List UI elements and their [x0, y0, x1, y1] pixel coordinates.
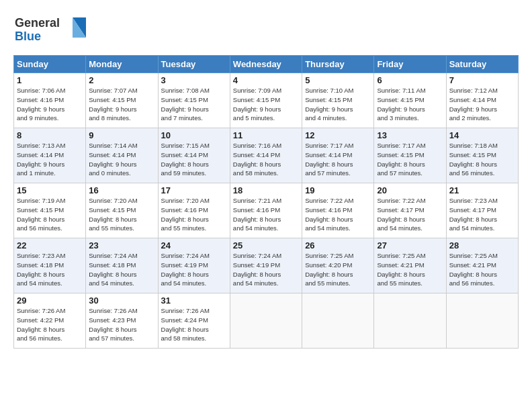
calendar-header-row: SundayMondayTuesdayWednesdayThursdayFrid…: [14, 56, 519, 73]
calendar-cell: 5Sunrise: 7:10 AMSunset: 4:15 PMDaylight…: [302, 73, 374, 128]
day-number: 30: [89, 295, 154, 306]
calendar-cell: 23Sunrise: 7:24 AMSunset: 4:18 PMDayligh…: [86, 238, 158, 293]
day-info: Sunrise: 7:23 AMSunset: 4:18 PMDaylight:…: [17, 251, 83, 288]
day-info: Sunrise: 7:22 AMSunset: 4:17 PMDaylight:…: [377, 196, 443, 233]
day-number: 25: [233, 240, 299, 250]
day-info: Sunrise: 7:12 AMSunset: 4:14 PMDaylight:…: [449, 86, 515, 123]
calendar-cell: 1Sunrise: 7:06 AMSunset: 4:16 PMDaylight…: [14, 73, 86, 128]
day-number: 27: [377, 240, 443, 250]
calendar-cell: 29Sunrise: 7:26 AMSunset: 4:22 PMDayligh…: [14, 293, 86, 349]
calendar-cell: 20Sunrise: 7:22 AMSunset: 4:17 PMDayligh…: [374, 183, 446, 238]
day-number: 18: [233, 185, 299, 195]
calendar-cell: [446, 293, 518, 349]
day-info: Sunrise: 7:06 AMSunset: 4:16 PMDaylight:…: [17, 86, 83, 123]
day-number: 20: [377, 185, 443, 195]
day-info: Sunrise: 7:16 AMSunset: 4:14 PMDaylight:…: [233, 141, 299, 178]
day-info: Sunrise: 7:15 AMSunset: 4:14 PMDaylight:…: [161, 141, 227, 178]
day-info: Sunrise: 7:25 AMSunset: 4:21 PMDaylight:…: [377, 251, 443, 288]
calendar-cell: 8Sunrise: 7:13 AMSunset: 4:14 PMDaylight…: [14, 128, 86, 183]
day-number: 5: [305, 75, 371, 85]
calendar-cell: 4Sunrise: 7:09 AMSunset: 4:15 PMDaylight…: [230, 73, 302, 128]
day-header-monday: Monday: [86, 56, 158, 73]
day-number: 12: [305, 130, 371, 140]
svg-text:General: General: [15, 16, 60, 30]
calendar-cell: 19Sunrise: 7:22 AMSunset: 4:16 PMDayligh…: [302, 183, 374, 238]
day-info: Sunrise: 7:25 AMSunset: 4:20 PMDaylight:…: [305, 251, 371, 288]
logo-text: General Blue: [13, 12, 87, 50]
day-number: 31: [161, 295, 227, 306]
calendar-week-row: 15Sunrise: 7:19 AMSunset: 4:15 PMDayligh…: [14, 183, 519, 238]
day-header-friday: Friday: [374, 56, 446, 73]
calendar-cell: 14Sunrise: 7:18 AMSunset: 4:15 PMDayligh…: [446, 128, 518, 183]
calendar-cell: 25Sunrise: 7:24 AMSunset: 4:19 PMDayligh…: [230, 238, 302, 293]
calendar-cell: 31Sunrise: 7:26 AMSunset: 4:24 PMDayligh…: [158, 293, 230, 349]
day-number: 28: [449, 240, 515, 250]
day-info: Sunrise: 7:21 AMSunset: 4:16 PMDaylight:…: [233, 196, 299, 233]
calendar-cell: 16Sunrise: 7:20 AMSunset: 4:15 PMDayligh…: [86, 183, 158, 238]
calendar-cell: 6Sunrise: 7:11 AMSunset: 4:15 PMDaylight…: [374, 73, 446, 128]
day-info: Sunrise: 7:17 AMSunset: 4:14 PMDaylight:…: [305, 141, 371, 178]
calendar-table: SundayMondayTuesdayWednesdayThursdayFrid…: [13, 55, 519, 349]
day-number: 21: [449, 185, 515, 195]
day-info: Sunrise: 7:11 AMSunset: 4:15 PMDaylight:…: [377, 86, 443, 123]
page: General Blue SundayMondayTuesdayWednesda…: [0, 0, 532, 355]
day-number: 3: [161, 75, 227, 85]
day-info: Sunrise: 7:20 AMSunset: 4:16 PMDaylight:…: [161, 196, 227, 233]
day-number: 26: [305, 240, 371, 250]
day-number: 6: [377, 75, 443, 85]
day-number: 1: [17, 75, 83, 85]
day-number: 9: [89, 130, 154, 140]
day-info: Sunrise: 7:22 AMSunset: 4:16 PMDaylight:…: [305, 196, 371, 233]
day-info: Sunrise: 7:25 AMSunset: 4:21 PMDaylight:…: [449, 251, 515, 288]
calendar-cell: 21Sunrise: 7:23 AMSunset: 4:17 PMDayligh…: [446, 183, 518, 238]
calendar-cell: [302, 293, 374, 349]
day-number: 11: [233, 130, 299, 140]
day-info: Sunrise: 7:09 AMSunset: 4:15 PMDaylight:…: [233, 86, 299, 123]
day-number: 2: [89, 75, 154, 85]
calendar-cell: 10Sunrise: 7:15 AMSunset: 4:14 PMDayligh…: [158, 128, 230, 183]
calendar-cell: 24Sunrise: 7:24 AMSunset: 4:19 PMDayligh…: [158, 238, 230, 293]
calendar-cell: 13Sunrise: 7:17 AMSunset: 4:15 PMDayligh…: [374, 128, 446, 183]
day-info: Sunrise: 7:26 AMSunset: 4:23 PMDaylight:…: [89, 306, 154, 343]
day-number: 22: [17, 240, 83, 250]
calendar-cell: 15Sunrise: 7:19 AMSunset: 4:15 PMDayligh…: [14, 183, 86, 238]
calendar-cell: 22Sunrise: 7:23 AMSunset: 4:18 PMDayligh…: [14, 238, 86, 293]
day-header-thursday: Thursday: [302, 56, 374, 73]
day-number: 19: [305, 185, 371, 195]
calendar-cell: 17Sunrise: 7:20 AMSunset: 4:16 PMDayligh…: [158, 183, 230, 238]
day-info: Sunrise: 7:23 AMSunset: 4:17 PMDaylight:…: [449, 196, 515, 233]
calendar-week-row: 29Sunrise: 7:26 AMSunset: 4:22 PMDayligh…: [14, 293, 519, 349]
day-number: 14: [449, 130, 515, 140]
day-header-sunday: Sunday: [14, 56, 86, 73]
day-header-tuesday: Tuesday: [158, 56, 230, 73]
day-info: Sunrise: 7:10 AMSunset: 4:15 PMDaylight:…: [305, 86, 371, 123]
svg-text:Blue: Blue: [15, 30, 41, 43]
day-info: Sunrise: 7:26 AMSunset: 4:24 PMDaylight:…: [161, 306, 227, 343]
calendar-cell: 30Sunrise: 7:26 AMSunset: 4:23 PMDayligh…: [86, 293, 158, 349]
day-info: Sunrise: 7:13 AMSunset: 4:14 PMDaylight:…: [17, 141, 83, 178]
day-info: Sunrise: 7:14 AMSunset: 4:14 PMDaylight:…: [89, 141, 154, 178]
day-number: 15: [17, 185, 83, 195]
day-number: 16: [89, 185, 154, 195]
calendar-cell: 26Sunrise: 7:25 AMSunset: 4:20 PMDayligh…: [302, 238, 374, 293]
calendar-cell: [230, 293, 302, 349]
calendar-cell: 11Sunrise: 7:16 AMSunset: 4:14 PMDayligh…: [230, 128, 302, 183]
calendar-cell: 18Sunrise: 7:21 AMSunset: 4:16 PMDayligh…: [230, 183, 302, 238]
calendar-cell: [374, 293, 446, 349]
day-header-wednesday: Wednesday: [230, 56, 302, 73]
logo: General Blue: [13, 12, 87, 50]
calendar-cell: 9Sunrise: 7:14 AMSunset: 4:14 PMDaylight…: [86, 128, 158, 183]
day-info: Sunrise: 7:07 AMSunset: 4:15 PMDaylight:…: [89, 86, 154, 123]
day-info: Sunrise: 7:19 AMSunset: 4:15 PMDaylight:…: [17, 196, 83, 233]
day-number: 8: [17, 130, 83, 140]
calendar-cell: 7Sunrise: 7:12 AMSunset: 4:14 PMDaylight…: [446, 73, 518, 128]
day-header-saturday: Saturday: [446, 56, 518, 73]
day-info: Sunrise: 7:24 AMSunset: 4:18 PMDaylight:…: [89, 251, 154, 288]
day-info: Sunrise: 7:24 AMSunset: 4:19 PMDaylight:…: [233, 251, 299, 288]
day-number: 23: [89, 240, 154, 250]
calendar-week-row: 8Sunrise: 7:13 AMSunset: 4:14 PMDaylight…: [14, 128, 519, 183]
day-number: 24: [161, 240, 227, 250]
calendar-week-row: 1Sunrise: 7:06 AMSunset: 4:16 PMDaylight…: [14, 73, 519, 128]
calendar-cell: 3Sunrise: 7:08 AMSunset: 4:15 PMDaylight…: [158, 73, 230, 128]
day-number: 13: [377, 130, 443, 140]
